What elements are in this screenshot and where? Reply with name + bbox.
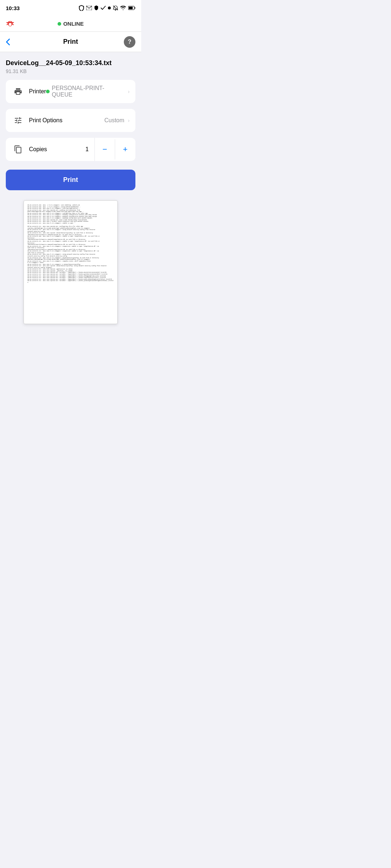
increment-button[interactable]: +	[115, 139, 135, 159]
check-icon	[101, 6, 106, 10]
printer-name: PERSONAL-PRINT-QUEUE	[52, 85, 124, 98]
status-bar: 10:33	[0, 0, 141, 16]
online-label: ONLINE	[63, 21, 84, 27]
back-button[interactable]	[6, 38, 10, 46]
print-button-wrap: Print	[0, 167, 141, 197]
online-badge: ONLINE	[58, 21, 84, 27]
print-options-section: Print Options Custom ›	[6, 109, 135, 132]
wifi-icon	[120, 6, 126, 10]
print-options-chevron-icon: ›	[128, 118, 130, 123]
copies-info: Copies 1	[6, 138, 95, 161]
copies-label: Copies	[29, 146, 85, 153]
svg-rect-3	[129, 7, 133, 9]
print-button[interactable]: Print	[6, 170, 135, 190]
sliders-icon	[12, 114, 25, 127]
file-size: 91.31 KB	[6, 68, 135, 74]
printer-icon	[12, 85, 25, 98]
copies-section: Copies 1 − +	[6, 138, 135, 161]
print-options-row[interactable]: Print Options Custom ›	[6, 109, 135, 132]
print-options-label: Print Options	[29, 117, 104, 124]
shield-icon	[79, 5, 84, 11]
print-options-value: Custom ›	[104, 117, 130, 124]
vpn-icon	[94, 5, 98, 10]
print-options-current: Custom	[104, 117, 124, 124]
copies-icon	[12, 143, 25, 156]
top-bar: ONLINE	[0, 16, 141, 32]
printer-label: Printer	[29, 88, 46, 95]
printer-value: PERSONAL-PRINT-QUEUE ›	[46, 85, 130, 98]
printer-row[interactable]: Printer PERSONAL-PRINT-QUEUE ›	[6, 80, 135, 103]
copies-stepper: − +	[95, 139, 135, 159]
printer-section: Printer PERSONAL-PRINT-QUEUE ›	[6, 80, 135, 103]
bell-off-icon	[113, 5, 118, 10]
dot-icon	[108, 7, 111, 9]
preview-text: 05-09 10:52:57.336 1521 1 k.trs.snapport…	[24, 201, 117, 324]
mail-icon	[86, 6, 92, 10]
nav-header: Print ?	[0, 32, 141, 52]
status-icons	[79, 5, 135, 11]
help-button[interactable]: ?	[124, 36, 135, 48]
copies-value: 1	[85, 146, 89, 153]
status-time: 10:33	[6, 5, 20, 11]
printer-online-dot	[46, 90, 50, 93]
page-title: Print	[63, 38, 78, 46]
battery-icon	[128, 6, 135, 10]
back-arrow-icon	[6, 38, 10, 46]
decrement-button[interactable]: −	[95, 139, 115, 159]
printer-chevron-icon: ›	[128, 89, 130, 94]
file-info: DeviceLog__24-05-09_10:53:34.txt 91.31 K…	[0, 52, 141, 80]
document-preview: 05-09 10:52:57.336 1521 1 k.trs.snapport…	[24, 200, 118, 324]
copies-row: Copies 1 − +	[6, 138, 135, 161]
svg-point-1	[108, 7, 111, 9]
file-name: DeviceLog__24-05-09_10:53:34.txt	[6, 59, 135, 67]
bug-icon-wrap	[5, 19, 15, 29]
preview-section: 05-09 10:52:57.336 1521 1 k.trs.snapport…	[0, 197, 141, 333]
help-icon: ?	[128, 39, 131, 45]
bug-icon	[5, 19, 15, 29]
online-dot	[58, 22, 61, 26]
